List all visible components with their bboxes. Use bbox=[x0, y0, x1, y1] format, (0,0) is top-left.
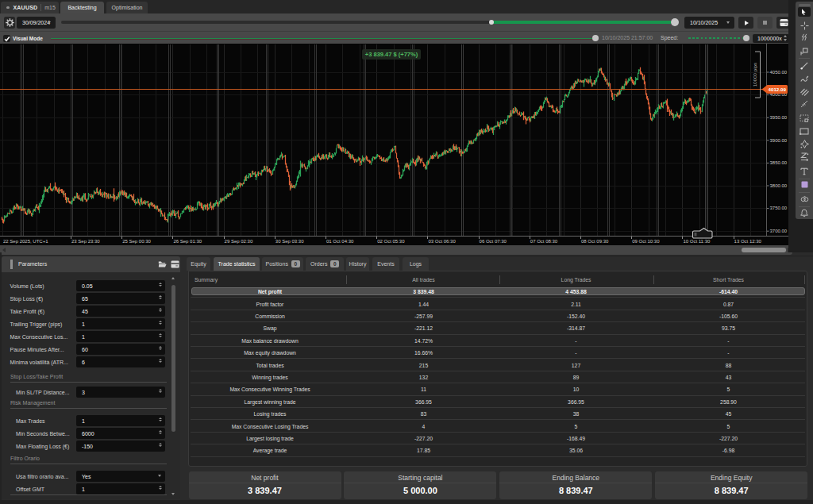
chart-horizontal-scrollbar[interactable] bbox=[0, 245, 792, 255]
anchor-tool-button[interactable] bbox=[796, 48, 813, 56]
results-tab-trade-statistics[interactable]: Trade statistics bbox=[214, 257, 260, 271]
text-tool-button[interactable] bbox=[796, 167, 813, 175]
results-tab-equity[interactable]: Equity bbox=[187, 257, 210, 271]
spinner-arrows-icon[interactable] bbox=[159, 295, 162, 300]
bell-tool-button[interactable] bbox=[796, 209, 813, 217]
column-header[interactable]: Short Trades bbox=[713, 277, 744, 283]
speed-slider[interactable] bbox=[688, 37, 743, 39]
dotted-rect-tool-button[interactable] bbox=[796, 114, 813, 122]
spinner-arrows-icon[interactable] bbox=[159, 430, 162, 435]
column-header[interactable]: Long Trades bbox=[561, 277, 591, 283]
spinner-arrows-icon[interactable] bbox=[159, 321, 162, 325]
stats-row-net-profit[interactable]: Net profit3 839.484 453.88-614.40 bbox=[191, 286, 805, 298]
parameter-input[interactable]: 60 bbox=[76, 344, 165, 355]
stop-button[interactable] bbox=[757, 17, 773, 29]
visual-mode-label[interactable]: Visual Mode bbox=[13, 36, 43, 41]
parameter-input[interactable]: 3 bbox=[76, 387, 165, 398]
needle-tool-button[interactable] bbox=[796, 100, 813, 108]
range-end-handle[interactable] bbox=[671, 18, 679, 26]
ztrend-tool-button[interactable] bbox=[796, 152, 813, 161]
parameter-input[interactable]: 65 bbox=[76, 293, 165, 304]
stats-row-total-trades[interactable]: Total trades21512788 bbox=[191, 359, 805, 371]
parameter-input[interactable]: 0.05 bbox=[76, 280, 165, 291]
spinner-arrows-icon[interactable] bbox=[159, 389, 162, 394]
spinner-arrows-icon[interactable] bbox=[159, 308, 162, 313]
spinner-arrows-icon[interactable] bbox=[159, 486, 162, 491]
scroll-up-icon[interactable] bbox=[171, 277, 175, 279]
tab-optimisation[interactable]: Optimisation bbox=[106, 2, 148, 13]
range-start-handle[interactable] bbox=[489, 20, 494, 25]
hatch-tool-button[interactable] bbox=[796, 88, 813, 96]
parameter-input[interactable]: 1 bbox=[76, 415, 165, 426]
column-header[interactable]: All trades bbox=[412, 277, 434, 283]
stats-row-largest-losing-trade[interactable]: Largest losing trade-227.20-168.49-227.2… bbox=[191, 433, 805, 444]
stats-row-max-balance-drawdown[interactable]: Max balance drawdown14.72%-- bbox=[191, 335, 805, 347]
stats-row-average-trade[interactable]: Average trade17.8535.06-6.98 bbox=[191, 444, 805, 456]
visual-mode-checkbox[interactable] bbox=[3, 35, 10, 42]
results-tab-logs[interactable]: Logs bbox=[403, 257, 429, 271]
parameter-input[interactable]: 1 bbox=[76, 331, 165, 342]
save-icon[interactable] bbox=[171, 260, 179, 269]
playback-progress-handle[interactable] bbox=[592, 35, 599, 41]
spinner-arrows-icon[interactable] bbox=[159, 443, 162, 448]
parameter-input[interactable]: 6 bbox=[76, 356, 165, 367]
spinner-arrows-icon[interactable] bbox=[159, 417, 162, 422]
sparkle-tool-button[interactable] bbox=[796, 140, 813, 148]
scroll-left-icon[interactable] bbox=[2, 248, 6, 252]
parameter-input[interactable]: 1 bbox=[76, 318, 165, 329]
panel-accent-bar bbox=[10, 260, 13, 269]
settings-button[interactable] bbox=[4, 17, 15, 29]
stats-row-profit-factor[interactable]: Profit factor1.442.110.87 bbox=[191, 298, 805, 310]
summary-value: 8 839.47 bbox=[655, 486, 807, 495]
swatch-tool-button[interactable] bbox=[796, 181, 813, 188]
crosshair-tool-button[interactable] bbox=[796, 21, 813, 30]
row-label: Max Consecutive Losing Trades bbox=[232, 424, 309, 429]
stats-row-max-equity-drawdown[interactable]: Max equity drawdown16.66%-- bbox=[191, 347, 805, 359]
toolbar-grip-handle[interactable] bbox=[799, 4, 811, 6]
spinner-arrows-icon[interactable] bbox=[784, 35, 787, 41]
document-tab-bar: XAUUSD m15 Backtesting Optimisation bbox=[0, 0, 796, 13]
parameter-input[interactable]: 6000 bbox=[76, 428, 165, 439]
zap-tool-button[interactable] bbox=[796, 33, 813, 41]
spinner-arrows-icon[interactable] bbox=[159, 346, 162, 351]
cursor-tool-button[interactable] bbox=[798, 7, 811, 17]
scrollbar-thumb[interactable] bbox=[171, 285, 175, 432]
scroll-down-icon[interactable] bbox=[171, 493, 175, 495]
tab-backtesting[interactable]: Backtesting bbox=[60, 2, 104, 13]
start-date-select[interactable]: 30/09/2024 bbox=[17, 17, 56, 29]
results-tab-orders[interactable]: Orders0 bbox=[306, 257, 344, 271]
stats-row-losing-trades[interactable]: Losing trades833845 bbox=[191, 408, 805, 420]
results-tab-positions[interactable]: Positions0 bbox=[262, 257, 303, 271]
speed-slider-handle[interactable] bbox=[743, 35, 749, 41]
parameter-input[interactable]: -150 bbox=[76, 441, 165, 452]
spinner-arrows-icon[interactable] bbox=[159, 333, 162, 338]
parameters-scrollbar[interactable] bbox=[170, 275, 176, 498]
end-date-select[interactable]: 10/10/2025 bbox=[684, 17, 734, 29]
backtest-range-slider[interactable] bbox=[61, 21, 679, 24]
spinner-arrows-icon[interactable] bbox=[159, 283, 162, 287]
camera-tool-button[interactable] bbox=[796, 195, 813, 202]
play-button[interactable] bbox=[738, 17, 753, 29]
pencil-tool-button[interactable] bbox=[796, 75, 813, 83]
parameter-input[interactable]: 45 bbox=[76, 306, 165, 317]
stats-row-swap[interactable]: Swap-221.12-314.8793.75 bbox=[191, 322, 805, 334]
open-folder-icon[interactable] bbox=[158, 260, 167, 269]
parameter-label: Usa filtro orario ava... bbox=[16, 474, 69, 479]
stats-row-max-consecutive-losing-trades[interactable]: Max Consecutive Losing Trades455 bbox=[191, 420, 805, 432]
results-tab-history[interactable]: History bbox=[346, 257, 369, 271]
stats-row-largest-winning-trade[interactable]: Largest winning trade366.95366.95258.90 bbox=[191, 396, 805, 408]
price-chart[interactable]: 4050.004000.003950.003900.003850.003800.… bbox=[0, 44, 792, 245]
speed-value-spinner[interactable]: 1000000x bbox=[753, 34, 789, 44]
stats-row-commission[interactable]: Commission-257.99-152.40-105.60 bbox=[191, 310, 805, 322]
parameter-select[interactable]: Yes bbox=[76, 471, 165, 482]
tab-symbol-chart[interactable]: XAUUSD m15 bbox=[1, 2, 59, 13]
rectangle-tool-button[interactable] bbox=[796, 128, 813, 135]
stats-row-winning-trades[interactable]: Winning trades1328943 bbox=[191, 371, 805, 383]
trendline-tool-button[interactable] bbox=[796, 62, 813, 70]
results-tab-events[interactable]: Events bbox=[372, 257, 399, 271]
spinner-arrows-icon[interactable] bbox=[159, 359, 162, 364]
parameter-input[interactable]: 1 bbox=[76, 483, 165, 494]
scrollbar-thumb[interactable] bbox=[742, 248, 786, 252]
column-header[interactable]: Summary bbox=[195, 277, 218, 283]
stats-row-max-consecutive-winning-trades[interactable]: Max Consecutive Winning Trades11105 bbox=[191, 383, 805, 395]
